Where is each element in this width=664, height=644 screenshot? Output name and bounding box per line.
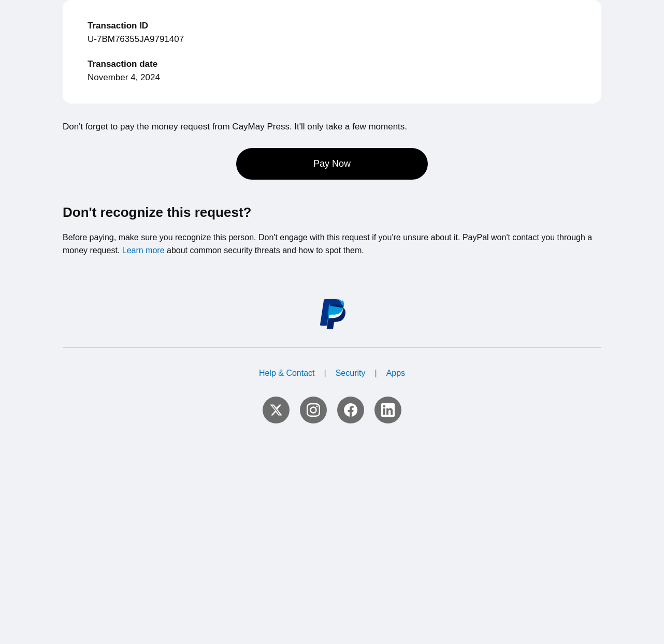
- footer-link-security[interactable]: Security: [326, 369, 375, 378]
- security-body-after-link: about common security threats and how to…: [165, 246, 364, 255]
- reminder-text: Don't forget to pay the money request fr…: [63, 120, 601, 134]
- security-body: Before paying, make sure you recognize t…: [63, 231, 601, 257]
- security-heading: Don't recognize this request?: [63, 204, 601, 221]
- security-section: Don't recognize this request? Before pay…: [63, 204, 601, 257]
- pay-now-button[interactable]: Pay Now: [236, 148, 428, 180]
- footer-link-apps[interactable]: Apps: [377, 369, 414, 378]
- paypal-logo-icon: [319, 297, 345, 329]
- paypal-logo-section: [63, 297, 601, 329]
- social-icons: [263, 397, 401, 423]
- footer-divider: [63, 347, 601, 348]
- twitter-x-icon[interactable]: [263, 397, 290, 423]
- transaction-date-label: Transaction date: [88, 59, 576, 69]
- learn-more-link[interactable]: Learn more: [122, 246, 165, 255]
- transaction-card: Transaction ID U-7BM76355JA9791407 Trans…: [63, 0, 601, 104]
- facebook-icon[interactable]: [337, 397, 364, 423]
- transaction-date-value: November 4, 2024: [88, 72, 576, 83]
- footer: Help & Contact | Security | Apps: [63, 369, 601, 455]
- linkedin-icon[interactable]: [374, 397, 401, 423]
- transaction-id-value: U-7BM76355JA9791407: [88, 34, 576, 45]
- transaction-id-label: Transaction ID: [88, 21, 576, 31]
- instagram-icon[interactable]: [300, 397, 327, 423]
- footer-links: Help & Contact | Security | Apps: [250, 369, 414, 378]
- footer-link-help-contact[interactable]: Help & Contact: [250, 369, 324, 378]
